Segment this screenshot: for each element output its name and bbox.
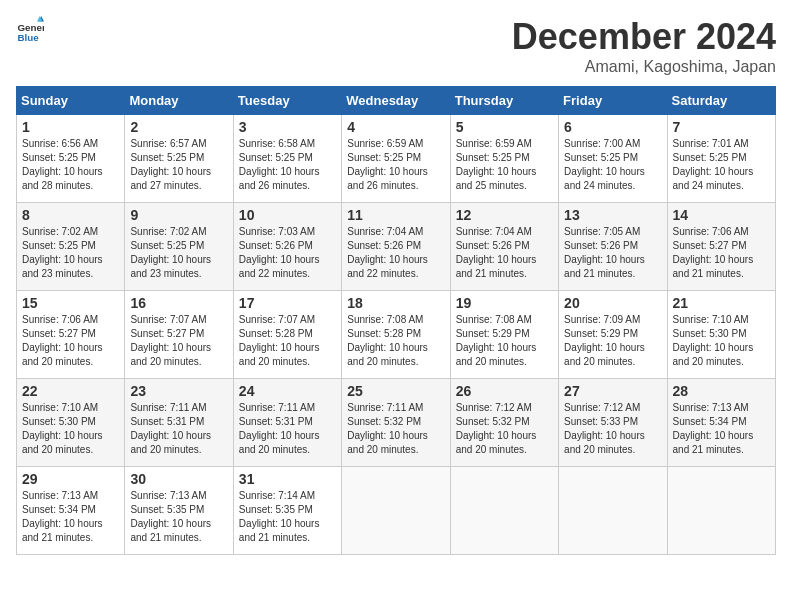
location-title: Amami, Kagoshima, Japan: [512, 58, 776, 76]
daylight-text: Daylight: 10 hours and 20 minutes.: [673, 342, 754, 367]
sunrise-text: Sunrise: 7:08 AM: [456, 314, 532, 325]
sunset-text: Sunset: 5:29 PM: [564, 328, 638, 339]
table-row: 7 Sunrise: 7:01 AM Sunset: 5:25 PM Dayli…: [667, 115, 775, 203]
day-number: 10: [239, 207, 336, 223]
daylight-text: Daylight: 10 hours and 24 minutes.: [564, 166, 645, 191]
cell-content: Sunrise: 7:02 AM Sunset: 5:25 PM Dayligh…: [130, 225, 227, 281]
svg-text:Blue: Blue: [17, 32, 39, 43]
cell-content: Sunrise: 7:10 AM Sunset: 5:30 PM Dayligh…: [22, 401, 119, 457]
sunrise-text: Sunrise: 7:03 AM: [239, 226, 315, 237]
sunset-text: Sunset: 5:25 PM: [130, 240, 204, 251]
sunset-text: Sunset: 5:31 PM: [130, 416, 204, 427]
sunrise-text: Sunrise: 7:09 AM: [564, 314, 640, 325]
table-row: 31 Sunrise: 7:14 AM Sunset: 5:35 PM Dayl…: [233, 467, 341, 555]
table-row: [450, 467, 558, 555]
sunrise-text: Sunrise: 7:05 AM: [564, 226, 640, 237]
sunrise-text: Sunrise: 7:12 AM: [564, 402, 640, 413]
sunset-text: Sunset: 5:34 PM: [673, 416, 747, 427]
cell-content: Sunrise: 7:03 AM Sunset: 5:26 PM Dayligh…: [239, 225, 336, 281]
day-number: 9: [130, 207, 227, 223]
table-row: 29 Sunrise: 7:13 AM Sunset: 5:34 PM Dayl…: [17, 467, 125, 555]
daylight-text: Daylight: 10 hours and 26 minutes.: [347, 166, 428, 191]
sunset-text: Sunset: 5:27 PM: [22, 328, 96, 339]
cell-content: Sunrise: 7:00 AM Sunset: 5:25 PM Dayligh…: [564, 137, 661, 193]
table-row: 17 Sunrise: 7:07 AM Sunset: 5:28 PM Dayl…: [233, 291, 341, 379]
day-number: 3: [239, 119, 336, 135]
table-row: 13 Sunrise: 7:05 AM Sunset: 5:26 PM Dayl…: [559, 203, 667, 291]
daylight-text: Daylight: 10 hours and 25 minutes.: [456, 166, 537, 191]
cell-content: Sunrise: 7:01 AM Sunset: 5:25 PM Dayligh…: [673, 137, 770, 193]
sunrise-text: Sunrise: 7:13 AM: [673, 402, 749, 413]
day-number: 24: [239, 383, 336, 399]
sunset-text: Sunset: 5:30 PM: [22, 416, 96, 427]
sunrise-text: Sunrise: 7:02 AM: [130, 226, 206, 237]
sunrise-text: Sunrise: 7:07 AM: [239, 314, 315, 325]
sunset-text: Sunset: 5:33 PM: [564, 416, 638, 427]
sunset-text: Sunset: 5:27 PM: [673, 240, 747, 251]
calendar-week-row: 15 Sunrise: 7:06 AM Sunset: 5:27 PM Dayl…: [17, 291, 776, 379]
col-wednesday: Wednesday: [342, 87, 450, 115]
cell-content: Sunrise: 7:11 AM Sunset: 5:31 PM Dayligh…: [130, 401, 227, 457]
sunrise-text: Sunrise: 7:07 AM: [130, 314, 206, 325]
day-number: 15: [22, 295, 119, 311]
table-row: 8 Sunrise: 7:02 AM Sunset: 5:25 PM Dayli…: [17, 203, 125, 291]
sunrise-text: Sunrise: 6:59 AM: [456, 138, 532, 149]
day-number: 13: [564, 207, 661, 223]
daylight-text: Daylight: 10 hours and 20 minutes.: [22, 342, 103, 367]
col-sunday: Sunday: [17, 87, 125, 115]
daylight-text: Daylight: 10 hours and 26 minutes.: [239, 166, 320, 191]
daylight-text: Daylight: 10 hours and 21 minutes.: [239, 518, 320, 543]
cell-content: Sunrise: 6:59 AM Sunset: 5:25 PM Dayligh…: [456, 137, 553, 193]
col-monday: Monday: [125, 87, 233, 115]
sunrise-text: Sunrise: 7:04 AM: [456, 226, 532, 237]
day-number: 20: [564, 295, 661, 311]
sunset-text: Sunset: 5:28 PM: [239, 328, 313, 339]
daylight-text: Daylight: 10 hours and 20 minutes.: [347, 342, 428, 367]
cell-content: Sunrise: 6:57 AM Sunset: 5:25 PM Dayligh…: [130, 137, 227, 193]
day-number: 21: [673, 295, 770, 311]
daylight-text: Daylight: 10 hours and 20 minutes.: [239, 342, 320, 367]
daylight-text: Daylight: 10 hours and 20 minutes.: [239, 430, 320, 455]
day-number: 30: [130, 471, 227, 487]
cell-content: Sunrise: 7:10 AM Sunset: 5:30 PM Dayligh…: [673, 313, 770, 369]
col-saturday: Saturday: [667, 87, 775, 115]
day-number: 11: [347, 207, 444, 223]
sunrise-text: Sunrise: 7:11 AM: [239, 402, 315, 413]
sunrise-text: Sunrise: 7:06 AM: [673, 226, 749, 237]
sunset-text: Sunset: 5:32 PM: [347, 416, 421, 427]
daylight-text: Daylight: 10 hours and 21 minutes.: [564, 254, 645, 279]
table-row: 4 Sunrise: 6:59 AM Sunset: 5:25 PM Dayli…: [342, 115, 450, 203]
table-row: 6 Sunrise: 7:00 AM Sunset: 5:25 PM Dayli…: [559, 115, 667, 203]
table-row: 16 Sunrise: 7:07 AM Sunset: 5:27 PM Dayl…: [125, 291, 233, 379]
table-row: 1 Sunrise: 6:56 AM Sunset: 5:25 PM Dayli…: [17, 115, 125, 203]
sunrise-text: Sunrise: 7:14 AM: [239, 490, 315, 501]
day-number: 7: [673, 119, 770, 135]
daylight-text: Daylight: 10 hours and 24 minutes.: [673, 166, 754, 191]
sunrise-text: Sunrise: 7:13 AM: [130, 490, 206, 501]
sunset-text: Sunset: 5:26 PM: [239, 240, 313, 251]
daylight-text: Daylight: 10 hours and 20 minutes.: [347, 430, 428, 455]
table-row: 3 Sunrise: 6:58 AM Sunset: 5:25 PM Dayli…: [233, 115, 341, 203]
table-row: 25 Sunrise: 7:11 AM Sunset: 5:32 PM Dayl…: [342, 379, 450, 467]
table-row: 23 Sunrise: 7:11 AM Sunset: 5:31 PM Dayl…: [125, 379, 233, 467]
calendar-week-row: 1 Sunrise: 6:56 AM Sunset: 5:25 PM Dayli…: [17, 115, 776, 203]
sunset-text: Sunset: 5:25 PM: [239, 152, 313, 163]
cell-content: Sunrise: 7:13 AM Sunset: 5:34 PM Dayligh…: [22, 489, 119, 545]
table-row: 26 Sunrise: 7:12 AM Sunset: 5:32 PM Dayl…: [450, 379, 558, 467]
sunset-text: Sunset: 5:26 PM: [347, 240, 421, 251]
sunrise-text: Sunrise: 7:11 AM: [347, 402, 423, 413]
day-number: 31: [239, 471, 336, 487]
daylight-text: Daylight: 10 hours and 22 minutes.: [347, 254, 428, 279]
day-number: 18: [347, 295, 444, 311]
daylight-text: Daylight: 10 hours and 23 minutes.: [130, 254, 211, 279]
day-number: 28: [673, 383, 770, 399]
day-number: 2: [130, 119, 227, 135]
sunset-text: Sunset: 5:26 PM: [564, 240, 638, 251]
sunrise-text: Sunrise: 7:04 AM: [347, 226, 423, 237]
month-title: December 2024: [512, 16, 776, 58]
sunrise-text: Sunrise: 7:06 AM: [22, 314, 98, 325]
sunset-text: Sunset: 5:28 PM: [347, 328, 421, 339]
header: General Blue December 2024 Amami, Kagosh…: [16, 16, 776, 76]
calendar-week-row: 8 Sunrise: 7:02 AM Sunset: 5:25 PM Dayli…: [17, 203, 776, 291]
day-number: 17: [239, 295, 336, 311]
